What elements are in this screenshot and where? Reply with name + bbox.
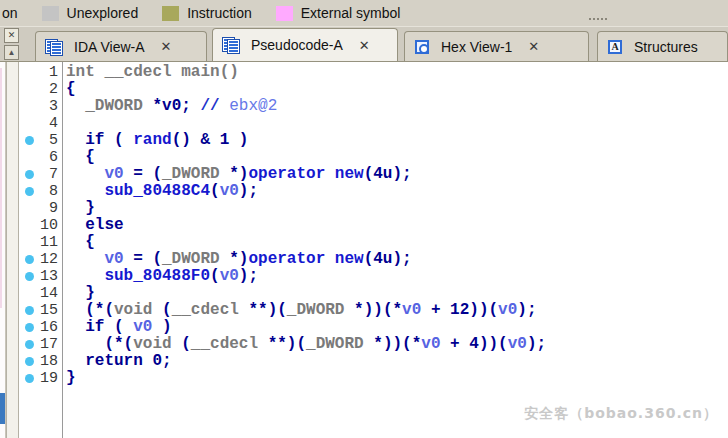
code-text: v0 = (_DWORD *)operator new(4u);	[66, 166, 412, 183]
line-marker-column[interactable]	[19, 370, 39, 387]
line-marker-column[interactable]	[19, 166, 39, 183]
code-text: (*(void (__cdecl **)(_DWORD *))(*v0 + 4)…	[66, 336, 546, 353]
tab-label: Structures	[634, 39, 698, 55]
chevron-up-icon: ▲	[8, 49, 16, 57]
code-line[interactable]: 15 (*(void (__cdecl **)(_DWORD *))(*v0 +…	[19, 302, 537, 319]
line-marker-dot[interactable]	[25, 357, 34, 366]
scroll-up-button[interactable]: ▲	[4, 45, 19, 60]
tab-close-icon[interactable]: ✕	[526, 39, 541, 54]
line-number: 15	[39, 302, 58, 319]
code-line[interactable]: 7 v0 = (_DWORD *)operator new(4u);	[19, 166, 412, 183]
tab-close-icon[interactable]: ✕	[159, 39, 174, 54]
legend-swatch-external-symbol	[276, 6, 293, 21]
tab-pseudocode-a[interactable]: Pseudocode-A✕	[212, 28, 398, 61]
code-line[interactable]: 9 }	[19, 200, 95, 217]
line-number: 18	[39, 353, 58, 370]
line-marker-dot[interactable]	[25, 187, 34, 196]
line-marker-column[interactable]	[19, 200, 39, 217]
tab-ida-view-a[interactable]: IDA View-A✕	[35, 31, 207, 61]
hex-view-icon	[415, 40, 429, 54]
line-marker-column[interactable]	[19, 64, 39, 81]
line-marker-column[interactable]	[19, 251, 39, 268]
line-marker-dot[interactable]	[25, 374, 34, 383]
line-number: 7	[39, 166, 58, 183]
line-marker-column[interactable]	[19, 81, 39, 98]
legend-item-instruction: Instruction	[162, 5, 252, 21]
code-text: {	[66, 81, 76, 98]
line-marker-dot[interactable]	[25, 340, 34, 349]
line-number: 19	[39, 370, 58, 387]
tab-label: Pseudocode-A	[251, 37, 343, 53]
line-marker-column[interactable]	[19, 98, 39, 115]
line-marker-column[interactable]	[19, 217, 39, 234]
code-text: _DWORD *v0; // ebx@2	[66, 98, 277, 115]
legend-truncated-label: on	[2, 5, 18, 21]
line-marker-dot[interactable]	[25, 323, 34, 332]
tab-structures[interactable]: Structures	[597, 31, 728, 61]
code-line[interactable]: 11 {	[19, 234, 95, 251]
code-line[interactable]: 12 v0 = (_DWORD *)operator new(4u);	[19, 251, 412, 268]
code-text: {	[66, 234, 95, 251]
code-line[interactable]: 1int __cdecl main()	[19, 64, 239, 81]
line-marker-dot[interactable]	[25, 170, 34, 179]
line-marker-dot[interactable]	[25, 136, 34, 145]
legend-swatch-unexplored	[42, 6, 59, 21]
ida-view-icon	[46, 40, 62, 54]
code-line[interactable]: 4	[19, 115, 66, 132]
ida-window: { "legend": { "truncated_label": "on", "…	[0, 0, 728, 438]
line-marker-column[interactable]	[19, 302, 39, 319]
line-number: 10	[39, 217, 58, 234]
drag-handle[interactable]	[588, 17, 608, 21]
code-line[interactable]: 14 }	[19, 285, 95, 302]
code-text: (*(void (__cdecl **)(_DWORD *))(*v0 + 12…	[66, 302, 537, 319]
line-number: 16	[39, 319, 58, 336]
code-line[interactable]: 13 sub_80488F0(v0);	[19, 268, 258, 285]
line-marker-column[interactable]	[19, 353, 39, 370]
code-line[interactable]: 10 else	[19, 217, 124, 234]
code-text: int __cdecl main()	[66, 64, 239, 81]
code-text: else	[66, 217, 124, 234]
line-marker-column[interactable]	[19, 183, 39, 200]
pseudocode-icon	[223, 38, 239, 52]
tab-close-icon[interactable]: ✕	[357, 38, 372, 53]
code-text: v0 = (_DWORD *)operator new(4u);	[66, 251, 412, 268]
code-line[interactable]: 17 (*(void (__cdecl **)(_DWORD *))(*v0 +…	[19, 336, 546, 353]
legend-item-external-symbol: External symbol	[276, 5, 401, 21]
navigator-position-indicator	[0, 393, 5, 424]
legend-item-unexplored: Unexplored	[42, 5, 139, 21]
tab-hex-view-1[interactable]: Hex View-1✕	[404, 31, 589, 61]
line-number: 4	[39, 115, 58, 132]
code-line[interactable]: 5 if ( rand() & 1 )	[19, 132, 248, 149]
code-line[interactable]: 18 return 0;	[19, 353, 172, 370]
line-marker-column[interactable]	[19, 285, 39, 302]
line-marker-column[interactable]	[19, 149, 39, 166]
line-marker-column[interactable]	[19, 268, 39, 285]
line-marker-column[interactable]	[19, 319, 39, 336]
code-line[interactable]: 6 {	[19, 149, 95, 166]
line-marker-column[interactable]	[19, 132, 39, 149]
code-line[interactable]: 8 sub_80488C4(v0);	[19, 183, 258, 200]
code-text: }	[66, 370, 76, 387]
line-marker-dot[interactable]	[25, 255, 34, 264]
code-line[interactable]: 3 _DWORD *v0; // ebx@2	[19, 98, 277, 115]
code-line[interactable]: 16 if ( v0 )	[19, 319, 172, 336]
line-marker-column[interactable]	[19, 115, 39, 132]
code-line[interactable]: 2{	[19, 81, 76, 98]
pseudocode-view[interactable]: 1int __cdecl main()2{3 _DWORD *v0; // eb…	[19, 62, 728, 438]
navigator-segment-pink	[0, 68, 2, 308]
vertical-scrollbar[interactable]	[6, 62, 19, 438]
line-number: 5	[39, 132, 58, 149]
code-text: }	[66, 200, 95, 217]
line-marker-column[interactable]	[19, 336, 39, 353]
legend-label: External symbol	[301, 5, 401, 21]
line-number: 3	[39, 98, 58, 115]
code-line[interactable]: 19}	[19, 370, 76, 387]
line-number: 14	[39, 285, 58, 302]
close-panel-button[interactable]: ✕	[4, 28, 19, 43]
watermark: 安全客（bobao.360.cn）	[524, 405, 718, 423]
legend-items: UnexploredInstructionExternal symbol	[18, 5, 401, 21]
line-marker-column[interactable]	[19, 234, 39, 251]
line-marker-dot[interactable]	[25, 272, 34, 281]
structures-icon	[608, 40, 622, 54]
line-marker-dot[interactable]	[25, 306, 34, 315]
